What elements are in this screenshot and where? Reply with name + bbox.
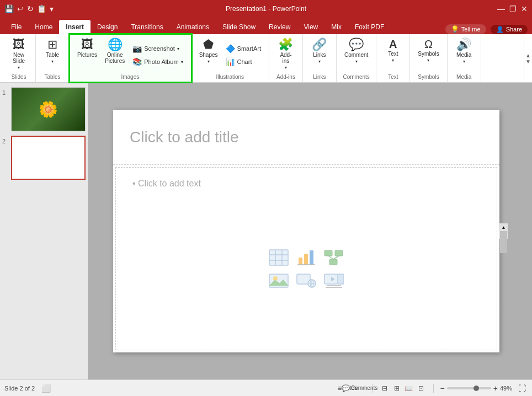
online-pictures-icon: 🌐	[108, 39, 123, 51]
tab-foxit[interactable]: Foxit PDF	[348, 20, 391, 34]
text-label: Text	[388, 51, 398, 57]
photo-album-label: Photo Album	[144, 58, 178, 65]
ribbon-comments-items: 💬 Comment ▾	[341, 36, 371, 74]
status-bar: Slide 2 of 2 ⬜ ≡ Notes 💬 Comments ⊟ ⊞ 📖 …	[0, 379, 532, 396]
links-button[interactable]: 🔗 Links ▾	[307, 36, 332, 74]
links-group-label: Links	[313, 74, 326, 82]
table-label: Table	[46, 52, 59, 58]
save-icon[interactable]: 💾	[4, 4, 14, 13]
svg-rect-6	[304, 254, 308, 265]
scroll-up-button[interactable]: ▲	[500, 223, 508, 231]
svg-line-13	[333, 256, 339, 259]
slide-content-placeholder[interactable]: • Click to add text	[132, 179, 480, 189]
chart-button[interactable]: 📊 Chart	[222, 56, 264, 68]
quick-access-dropdown[interactable]: ▾	[50, 4, 54, 13]
addins-button[interactable]: 🧩 Add-ins ▾	[274, 36, 298, 74]
slide-title-placeholder[interactable]: Click to add title	[130, 129, 239, 146]
symbols-button[interactable]: Ω Symbols ▾	[414, 36, 442, 74]
tab-mix[interactable]: Mix	[324, 20, 348, 34]
smartart-chart-col: 🔷 SmartArt 📊 Chart	[222, 36, 264, 74]
insert-smartart-icon[interactable]	[322, 248, 345, 267]
screenshot-button[interactable]: 📷 Screenshot ▾	[129, 42, 186, 55]
media-dropdown[interactable]: ▾	[463, 59, 465, 64]
comment-button[interactable]: 💬 Comment ▾	[341, 36, 371, 74]
zoom-minus-button[interactable]: −	[440, 384, 445, 393]
insert-table-icon[interactable]	[267, 248, 290, 267]
online-pictures-button[interactable]: 🌐 OnlinePictures	[102, 36, 128, 74]
table-button[interactable]: ⊞ Table ▾	[40, 36, 65, 74]
reading-view-button[interactable]: 📖	[403, 383, 414, 394]
pictures-button[interactable]: 🖼 Pictures	[74, 36, 100, 74]
slide-sorter-button[interactable]: ⊞	[391, 383, 402, 394]
slide-content-area[interactable]: • Click to add text	[115, 167, 497, 350]
screenshot-dropdown[interactable]: ▾	[177, 46, 179, 51]
text-button[interactable]: A Text ▾	[381, 36, 405, 74]
zoom-slider[interactable]	[447, 387, 491, 389]
tab-home[interactable]: Home	[28, 20, 59, 34]
smartart-icon: 🔷	[226, 44, 235, 53]
table-dropdown[interactable]: ▾	[51, 59, 54, 64]
tab-design[interactable]: Design	[91, 20, 124, 34]
chart-label: Chart	[237, 58, 252, 65]
tab-insert[interactable]: Insert	[59, 20, 91, 34]
minimize-button[interactable]: —	[497, 4, 505, 13]
addins-group-label: Add-ins	[276, 74, 295, 82]
smartart-button[interactable]: 🔷 SmartArt	[222, 42, 264, 55]
insert-chart-icon[interactable]	[295, 248, 318, 267]
accessibility-icon[interactable]: ⬜	[41, 384, 51, 393]
ribbon-slides-items: 🖼 NewSlide ▾	[7, 36, 31, 74]
redo-icon[interactable]: ↻	[27, 4, 34, 13]
insert-picture-icon[interactable]	[267, 271, 290, 291]
text-dropdown[interactable]: ▾	[392, 58, 394, 63]
title-bar-left: 💾 ↩ ↻ 📋 ▾	[4, 4, 54, 13]
comment-dropdown[interactable]: ▾	[355, 59, 358, 64]
links-dropdown[interactable]: ▾	[318, 59, 321, 64]
tab-slideshow[interactable]: Slide Show	[216, 20, 262, 34]
restore-button[interactable]: ❐	[509, 4, 517, 13]
screenshot-label: Screenshot	[144, 45, 175, 52]
photo-album-button[interactable]: 📚 Photo Album ▾	[129, 56, 186, 68]
screenshot-album-col: 📷 Screenshot ▾ 📚 Photo Album ▾	[129, 36, 186, 74]
shapes-dropdown[interactable]: ▾	[208, 59, 210, 64]
slide-2-number: 2	[2, 136, 9, 145]
zoom-plus-button[interactable]: +	[493, 384, 498, 393]
comments-button[interactable]: 💬 Comments	[354, 383, 365, 394]
tab-review[interactable]: Review	[262, 20, 297, 34]
media-button[interactable]: 🔊 Media ▾	[452, 36, 476, 74]
slide-1-thumbnail[interactable]: 🌼	[11, 87, 86, 131]
photo-album-dropdown[interactable]: ▾	[181, 60, 183, 65]
tab-transitions[interactable]: Transitions	[124, 20, 169, 34]
fit-slide-button[interactable]: ⛶	[517, 383, 528, 394]
tab-file[interactable]: File	[4, 20, 28, 34]
zoom-control: − + 49%	[440, 384, 512, 393]
scroll-thumb[interactable]	[500, 231, 507, 253]
slideshow-button[interactable]: ⊡	[416, 383, 427, 394]
insert-online-picture-icon[interactable]	[295, 271, 318, 291]
new-slide-button[interactable]: 🖼 NewSlide ▾	[7, 36, 31, 74]
comments-label: Comments	[351, 385, 377, 391]
tab-view[interactable]: View	[297, 20, 324, 34]
ribbon-scroll-right[interactable]: ▲ ▼	[524, 34, 532, 82]
tell-me-button[interactable]: 💡 Tell me	[445, 24, 486, 34]
new-slide-dropdown[interactable]: ▾	[18, 65, 20, 70]
app-title: Presentation1 - PowerPoint	[226, 5, 306, 13]
title-bar: 💾 ↩ ↻ 📋 ▾ Presentation1 - PowerPoint — ❐…	[0, 0, 532, 18]
undo-icon[interactable]: ↩	[17, 4, 24, 13]
normal-view-button[interactable]: ⊟	[379, 383, 390, 394]
lightbulb-icon: 💡	[451, 25, 459, 33]
pictures-icon: 🖼	[81, 39, 93, 51]
slide-title-area[interactable]: Click to add title	[113, 110, 499, 165]
ribbon-group-media: 🔊 Media ▾ Media	[448, 34, 481, 82]
vertical-scrollbar[interactable]: ▲ ▼	[499, 223, 507, 239]
zoom-thumb[interactable]	[474, 386, 479, 391]
share-button[interactable]: 👤 Share	[491, 25, 528, 34]
shapes-button[interactable]: ⬟ Shapes ▾	[196, 36, 221, 74]
addins-dropdown[interactable]: ▾	[285, 65, 287, 70]
close-button[interactable]: ✕	[521, 4, 528, 13]
customize-icon[interactable]: 📋	[37, 4, 46, 13]
screenshot-icon: 📷	[132, 44, 142, 53]
tab-animations[interactable]: Animations	[170, 20, 216, 34]
symbols-dropdown[interactable]: ▾	[427, 58, 429, 63]
slide-2-thumbnail[interactable]	[11, 136, 86, 180]
insert-video-icon[interactable]	[322, 271, 345, 291]
